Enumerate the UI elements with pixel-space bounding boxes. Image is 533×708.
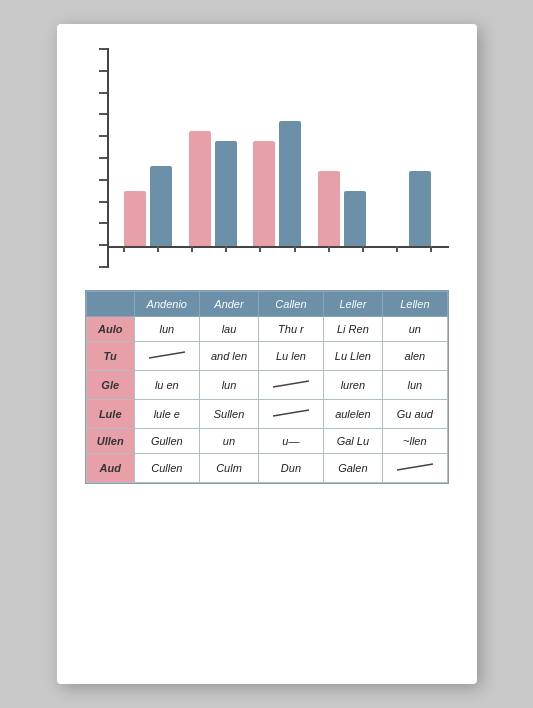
row-label-1: Tu xyxy=(86,342,134,371)
table-col-5-header: Lellen xyxy=(383,292,447,317)
row-0-col-4: Li Ren xyxy=(323,317,383,342)
row-3-col-4: aulelen xyxy=(323,400,383,429)
bar-pink-2 xyxy=(189,131,211,246)
row-5-col-4: Galen xyxy=(323,454,383,483)
table-row: Tu and len Lu len Lu Llen alen xyxy=(86,342,447,371)
table-col-3-header: Callen xyxy=(259,292,323,317)
row-2-col-2: lun xyxy=(199,371,259,400)
table-row: Aud Cullen Culm Dun Galen xyxy=(86,454,447,483)
row-2-col-3 xyxy=(259,371,323,400)
row-5-col-5 xyxy=(383,454,447,483)
row-0-col-5: un xyxy=(383,317,447,342)
bar-pink-3 xyxy=(253,141,275,246)
table-header-row: Andenio Ander Callen Leller Lellen xyxy=(86,292,447,317)
bars-container xyxy=(111,48,445,246)
row-0-col-1: lun xyxy=(134,317,199,342)
bar-pink-4 xyxy=(318,171,340,246)
table-col-4-header: Leller xyxy=(323,292,383,317)
bar-blue-4 xyxy=(344,191,366,246)
row-0-col-3: Thu r xyxy=(259,317,323,342)
bar-group-2 xyxy=(189,131,237,246)
y-axis-ticks xyxy=(99,48,109,268)
data-table: Andenio Ander Callen Leller Lellen Aulo … xyxy=(85,290,449,484)
bar-group-3 xyxy=(253,121,301,246)
bar-blue-5 xyxy=(409,171,431,246)
row-0-col-2: lau xyxy=(199,317,259,342)
row-4-col-3: u— xyxy=(259,429,323,454)
row-5-col-2: Culm xyxy=(199,454,259,483)
bar-chart xyxy=(85,48,449,268)
row-1-col-4: Lu Llen xyxy=(323,342,383,371)
x-axis-ticks xyxy=(107,246,449,254)
row-label-5: Aud xyxy=(86,454,134,483)
table-col-1-header: Andenio xyxy=(134,292,199,317)
row-label-0: Aulo xyxy=(86,317,134,342)
row-2-col-5: lun xyxy=(383,371,447,400)
table-row: Aulo lun lau Thu r Li Ren un xyxy=(86,317,447,342)
bar-group-4 xyxy=(318,171,366,246)
row-1-col-2: and len xyxy=(199,342,259,371)
row-1-col-3: Lu len xyxy=(259,342,323,371)
bar-group-1 xyxy=(124,166,172,246)
row-1-col-5: alen xyxy=(383,342,447,371)
row-4-col-5: ~llen xyxy=(383,429,447,454)
svg-line-3 xyxy=(397,464,433,470)
table-col-2-header: Ander xyxy=(199,292,259,317)
row-4-col-2: un xyxy=(199,429,259,454)
table-row: Lule lule e Sullen aulelen Gu aud xyxy=(86,400,447,429)
svg-line-1 xyxy=(273,381,309,387)
row-3-col-5: Gu aud xyxy=(383,400,447,429)
row-5-col-1: Cullen xyxy=(134,454,199,483)
row-2-col-4: luren xyxy=(323,371,383,400)
svg-line-2 xyxy=(273,410,309,416)
row-4-col-4: Gal Lu xyxy=(323,429,383,454)
row-3-col-2: Sullen xyxy=(199,400,259,429)
svg-line-0 xyxy=(149,352,185,358)
row-1-col-1 xyxy=(134,342,199,371)
table-header-empty xyxy=(86,292,134,317)
row-label-3: Lule xyxy=(86,400,134,429)
bar-blue-2 xyxy=(215,141,237,246)
bar-blue-1 xyxy=(150,166,172,246)
row-5-col-3: Dun xyxy=(259,454,323,483)
table-row: Gle lu en lun luren lun xyxy=(86,371,447,400)
row-3-col-3 xyxy=(259,400,323,429)
row-2-col-1: lu en xyxy=(134,371,199,400)
table-row: Ullen Gullen un u— Gal Lu ~llen xyxy=(86,429,447,454)
bar-group-5 xyxy=(383,171,431,246)
row-4-col-1: Gullen xyxy=(134,429,199,454)
bar-blue-3 xyxy=(279,121,301,246)
row-3-col-1: lule e xyxy=(134,400,199,429)
row-label-2: Gle xyxy=(86,371,134,400)
row-label-4: Ullen xyxy=(86,429,134,454)
document-page: Andenio Ander Callen Leller Lellen Aulo … xyxy=(57,24,477,684)
bar-pink-1 xyxy=(124,191,146,246)
